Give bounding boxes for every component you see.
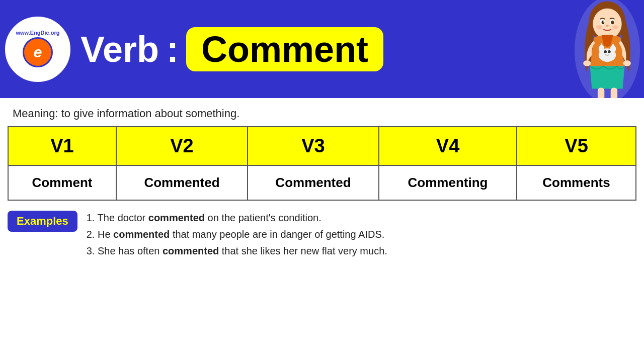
col-header-v3: V3 xyxy=(248,127,379,165)
word-label: Comment xyxy=(201,29,368,69)
example-3-bold: commented xyxy=(163,245,219,256)
example-2-prefix: 2. He xyxy=(87,229,113,240)
example-2-suffix: that many people are in danger of gettin… xyxy=(170,229,384,240)
svg-point-22 xyxy=(608,50,611,53)
table-header-row: V1 V2 V3 V4 V5 xyxy=(8,127,636,165)
col-header-v1: V1 xyxy=(8,127,116,165)
list-item: 3. She has often commented that she like… xyxy=(87,243,387,259)
girl-svg xyxy=(571,0,644,98)
svg-rect-12 xyxy=(598,88,604,98)
svg-point-6 xyxy=(611,21,614,25)
colon: : xyxy=(167,29,179,70)
verb-table-container: V1 V2 V3 V4 V5 Comment Commented Comment… xyxy=(0,126,644,201)
svg-point-7 xyxy=(603,22,604,23)
svg-point-21 xyxy=(604,50,607,53)
col-header-v4: V4 xyxy=(379,127,517,165)
meaning-text: to give information about something. xyxy=(61,107,240,120)
verb-forms-table: V1 V2 V3 V4 V5 Comment Commented Comment… xyxy=(8,126,636,201)
example-3-prefix: 3. She has often xyxy=(87,245,163,256)
cell-v1: Comment xyxy=(8,165,116,200)
logo-e-circle: e xyxy=(23,37,53,67)
svg-point-9 xyxy=(606,25,609,27)
word-box: Comment xyxy=(186,27,383,71)
svg-point-11 xyxy=(613,25,618,29)
example-3-suffix: that she likes her new flat very much. xyxy=(219,245,387,256)
svg-point-24 xyxy=(623,60,631,66)
examples-badge: Examples xyxy=(8,211,77,232)
svg-point-2 xyxy=(593,9,621,39)
cell-v5: Comments xyxy=(517,165,636,200)
table-data-row: Comment Commented Commented Commenting C… xyxy=(8,165,636,200)
cell-v2: Commented xyxy=(116,165,248,200)
svg-point-23 xyxy=(583,60,591,66)
logo-site-text: www.EngDic.org xyxy=(16,30,60,36)
svg-point-10 xyxy=(596,25,602,29)
col-header-v5: V5 xyxy=(517,127,636,165)
meaning-section: Meaning: to give information about somet… xyxy=(0,98,644,126)
logo-e-letter: e xyxy=(34,44,42,61)
example-1-prefix: 1. The doctor xyxy=(87,212,148,223)
logo: www.EngDic.org e xyxy=(5,17,70,82)
col-header-v2: V2 xyxy=(116,127,248,165)
svg-rect-13 xyxy=(611,88,617,98)
girl-illustration xyxy=(571,0,644,98)
meaning-label: Meaning: xyxy=(13,107,58,120)
list-item: 2. He commented that many people are in … xyxy=(87,226,387,243)
svg-point-8 xyxy=(613,22,614,23)
examples-section: Examples 1. The doctor commented on the … xyxy=(0,201,644,264)
header: www.EngDic.org e Verb : Comment xyxy=(0,0,644,98)
list-item: 1. The doctor commented on the patient's… xyxy=(87,210,387,226)
svg-point-5 xyxy=(602,21,605,25)
verb-label: Verb xyxy=(80,29,159,70)
examples-list: 1. The doctor commented on the patient's… xyxy=(87,210,387,259)
cell-v3: Commented xyxy=(248,165,379,200)
header-title-area: Verb : Comment xyxy=(70,27,634,71)
cell-v4: Commenting xyxy=(379,165,517,200)
example-1-bold: commented xyxy=(148,212,205,223)
example-2-bold: commented xyxy=(113,229,170,240)
example-1-suffix: on the patient's condition. xyxy=(205,212,321,223)
